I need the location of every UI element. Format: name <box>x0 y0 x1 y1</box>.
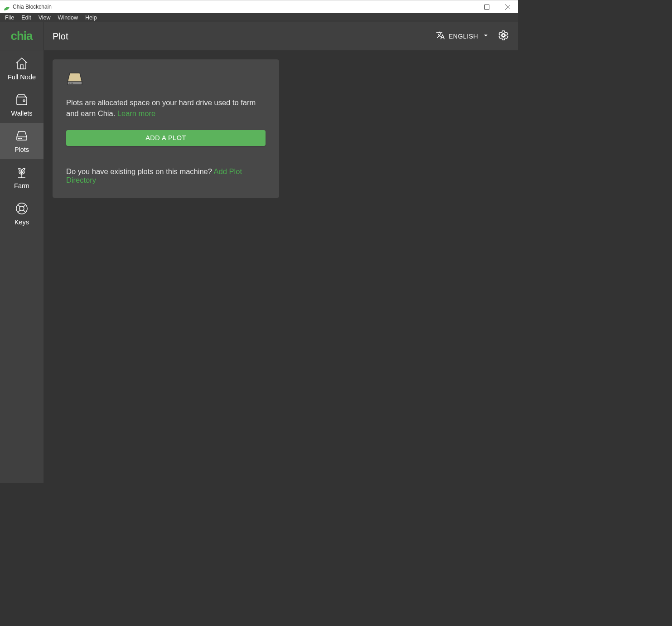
sidebar-item-label: Full Node <box>8 73 36 81</box>
translate-icon <box>436 31 445 42</box>
card-description: Plots are allocated space on your hard d… <box>66 97 266 119</box>
existing-question-text: Do you have existing plots on this machi… <box>66 167 214 175</box>
sidebar-item-label: Wallets <box>11 110 33 117</box>
sidebar-item-wallets[interactable]: Wallets <box>0 87 44 123</box>
svg-point-7 <box>18 138 19 139</box>
house-icon <box>15 56 29 71</box>
svg-point-21 <box>71 83 72 84</box>
card-description-text: Plots are allocated space on your hard d… <box>66 98 256 117</box>
svg-point-18 <box>503 34 504 36</box>
menu-window[interactable]: Window <box>55 14 81 22</box>
sidebar-item-label: Plots <box>15 146 29 153</box>
language-selector[interactable]: ENGLISH <box>436 31 490 42</box>
menu-edit[interactable]: Edit <box>18 14 34 22</box>
svg-point-5 <box>23 100 25 102</box>
learn-more-link[interactable]: Learn more <box>117 109 155 117</box>
existing-plots-text: Do you have existing plots on this machi… <box>66 167 266 184</box>
menu-help[interactable]: Help <box>82 14 100 22</box>
sidebar-item-label: Farm <box>14 182 29 189</box>
plant-icon <box>15 165 29 180</box>
logo: chia <box>0 22 44 50</box>
svg-rect-1 <box>484 5 489 9</box>
add-plot-button[interactable]: ADD A PLOT <box>66 130 266 146</box>
chevron-down-icon <box>482 31 490 41</box>
svg-point-9 <box>21 138 22 139</box>
topbar: Plot ENGLISH <box>44 22 518 50</box>
sidebar: chia Full Node Wallets <box>0 22 44 483</box>
close-button[interactable] <box>497 0 518 13</box>
app-window: Chia Blockchain File Edit View Window He… <box>0 0 518 483</box>
logo-text: chia <box>10 29 32 43</box>
sidebar-item-farm[interactable]: Farm <box>0 159 44 195</box>
svg-point-20 <box>69 83 70 84</box>
window-controls <box>455 0 518 13</box>
leaf-icon <box>4 5 10 9</box>
svg-point-8 <box>19 138 20 139</box>
hard-drive-large-icon <box>66 72 266 87</box>
topbar-right: ENGLISH <box>436 30 509 43</box>
menu-file[interactable]: File <box>2 14 17 22</box>
main: Plot ENGLISH <box>44 22 518 483</box>
svg-line-14 <box>24 205 26 207</box>
settings-icon[interactable] <box>498 30 509 43</box>
app-body: chia Full Node Wallets <box>0 22 518 483</box>
minimize-button[interactable] <box>455 0 476 13</box>
menu-view[interactable]: View <box>35 14 54 22</box>
lifebuoy-icon <box>15 201 29 216</box>
titlebar: Chia Blockchain <box>0 0 518 13</box>
page-title: Plot <box>53 31 68 42</box>
svg-line-16 <box>24 210 26 213</box>
svg-line-15 <box>18 210 20 213</box>
titlebar-left: Chia Blockchain <box>4 4 52 10</box>
sidebar-item-label: Keys <box>15 218 29 226</box>
menubar: File Edit View Window Help <box>0 13 518 22</box>
svg-line-13 <box>18 205 20 207</box>
wallet-icon <box>15 92 29 107</box>
sidebar-item-plots[interactable]: Plots <box>0 123 44 159</box>
language-label: ENGLISH <box>449 33 478 40</box>
window-title: Chia Blockchain <box>13 4 52 10</box>
sidebar-item-full-node[interactable]: Full Node <box>0 50 44 87</box>
content: Plots are allocated space on your hard d… <box>44 50 518 483</box>
svg-point-22 <box>72 83 73 84</box>
svg-rect-4 <box>20 65 23 69</box>
divider <box>66 158 266 158</box>
hard-drive-icon <box>15 129 29 143</box>
plot-card: Plots are allocated space on your hard d… <box>53 59 279 198</box>
sidebar-item-keys[interactable]: Keys <box>0 195 44 232</box>
maximize-button[interactable] <box>476 0 497 13</box>
